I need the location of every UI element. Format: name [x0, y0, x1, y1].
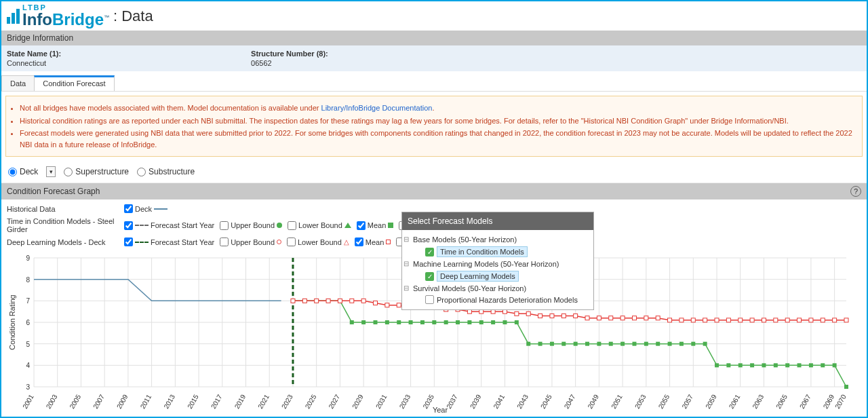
check-icon-empty: [425, 295, 434, 304]
svg-rect-105: [491, 320, 495, 324]
svg-text:2021: 2021: [256, 393, 271, 410]
svg-text:2005: 2005: [68, 393, 83, 410]
svg-text:2039: 2039: [469, 393, 483, 410]
svg-rect-136: [291, 299, 295, 303]
svg-text:4: 4: [26, 362, 30, 369]
svg-rect-175: [750, 318, 754, 322]
forecast-panel-title: Select Forecast Models: [402, 212, 593, 230]
svg-rect-138: [315, 299, 319, 303]
svg-rect-99: [420, 320, 425, 324]
svg-rect-119: [656, 342, 660, 346]
tab-condition-forecast[interactable]: Condition Forecast: [34, 75, 114, 91]
svg-rect-132: [809, 363, 813, 367]
svg-rect-113: [585, 342, 589, 346]
bridge-info-panel: State Name (1): Connecticut Structure Nu…: [1, 45, 867, 71]
svg-rect-176: [762, 318, 766, 322]
deck-dropdown-caret[interactable]: ▾: [46, 166, 56, 177]
tab-data[interactable]: Data: [1, 75, 35, 91]
tree-ml-models[interactable]: Machine Learning Models (50-Year Horizon…: [406, 259, 589, 269]
svg-text:2070: 2070: [833, 393, 848, 410]
svg-rect-101: [444, 320, 448, 324]
svg-rect-152: [479, 309, 484, 314]
svg-text:2001: 2001: [21, 393, 35, 410]
svg-rect-126: [738, 363, 743, 367]
page-title: : Data: [113, 7, 153, 25]
tree-dlm[interactable]: ✓Deep Learning Models: [406, 269, 589, 283]
svg-rect-153: [491, 309, 495, 314]
logo-main-text: InfoBridge™: [22, 12, 109, 28]
legend-ticm-mean[interactable]: Mean: [357, 221, 394, 230]
svg-text:2045: 2045: [539, 393, 553, 410]
svg-rect-120: [668, 342, 672, 346]
svg-rect-106: [502, 320, 507, 324]
svg-rect-181: [821, 318, 825, 322]
legend-dlm-ub[interactable]: Upper Bound: [220, 238, 281, 246]
legend-dlm-lb[interactable]: Lower Bound △: [287, 238, 349, 246]
radio-superstructure[interactable]: Superstructure: [64, 167, 129, 176]
svg-rect-166: [644, 316, 648, 320]
svg-rect-174: [738, 318, 743, 322]
svg-rect-93: [350, 320, 354, 324]
svg-rect-141: [350, 299, 354, 303]
legend-deck-toggle[interactable]: Deck: [124, 204, 167, 213]
component-selector: Deck ▾ Superstructure Substructure: [1, 161, 867, 183]
svg-rect-118: [644, 342, 648, 346]
svg-rect-121: [679, 342, 684, 346]
radio-deck[interactable]: Deck: [8, 167, 38, 176]
svg-rect-159: [561, 314, 566, 318]
svg-text:8: 8: [26, 276, 30, 284]
svg-text:5: 5: [26, 341, 30, 348]
legend-dlm-label: Deep Learning Models - Deck: [7, 238, 119, 246]
tree-survival-models[interactable]: Survival Models (50-Year Horizon): [406, 283, 589, 294]
svg-rect-157: [538, 314, 542, 318]
logo: LTBP InfoBridge™: [7, 4, 109, 28]
notice-box: Not all bridges have models associated w…: [5, 96, 863, 157]
svg-rect-172: [715, 318, 719, 322]
svg-rect-162: [597, 316, 601, 320]
svg-rect-161: [585, 316, 589, 320]
svg-rect-140: [338, 299, 342, 303]
radio-substructure[interactable]: Substructure: [137, 167, 195, 176]
svg-text:2031: 2031: [374, 393, 389, 410]
legend-ticm-ub[interactable]: Upper Bound: [220, 221, 282, 230]
svg-rect-154: [502, 309, 507, 314]
svg-rect-143: [374, 301, 378, 305]
svg-rect-180: [809, 318, 813, 322]
svg-text:2033: 2033: [398, 393, 412, 410]
tree-ticm[interactable]: ✓Time in Condition Models: [406, 245, 589, 259]
svg-text:2013: 2013: [162, 393, 176, 410]
svg-rect-158: [550, 314, 554, 318]
svg-text:2057: 2057: [680, 393, 694, 410]
svg-rect-111: [561, 342, 566, 346]
svg-rect-128: [762, 363, 766, 367]
section-title-bar: Bridge Information: [1, 31, 867, 45]
svg-rect-168: [668, 318, 672, 322]
legend-dlm-fsy[interactable]: Forecast Start Year: [124, 238, 214, 246]
svg-rect-165: [632, 316, 636, 320]
svg-text:2007: 2007: [92, 393, 106, 410]
svg-text:3: 3: [26, 383, 30, 391]
forecast-model-panel: Select Forecast Models Base Models (50-Y…: [401, 212, 594, 310]
svg-rect-124: [715, 363, 719, 367]
legend-ticm-fsy[interactable]: Forecast Start Year: [124, 221, 214, 230]
svg-rect-170: [691, 318, 695, 322]
svg-rect-117: [632, 342, 636, 346]
legend-ticm-lb[interactable]: Lower Bound: [288, 221, 351, 230]
doc-link[interactable]: Library/InfoBridge Documentation: [321, 104, 433, 112]
svg-text:2051: 2051: [610, 393, 624, 410]
svg-text:2063: 2063: [751, 393, 766, 410]
svg-text:2053: 2053: [633, 393, 648, 410]
svg-text:Condition Rating: Condition Rating: [8, 294, 16, 349]
svg-rect-127: [750, 363, 754, 367]
help-icon[interactable]: ?: [850, 186, 861, 197]
legend-dlm-mean[interactable]: Mean: [355, 238, 391, 246]
tree-phdm[interactable]: Proportional Hazards Deterioration Model…: [406, 294, 589, 305]
svg-rect-115: [609, 342, 613, 346]
svg-rect-155: [515, 311, 519, 316]
svg-rect-169: [679, 318, 684, 322]
tree-base-models[interactable]: Base Models (50-Year Horizon): [406, 234, 589, 245]
svg-rect-112: [574, 342, 578, 346]
svg-rect-103: [467, 320, 471, 324]
svg-rect-98: [409, 320, 413, 324]
svg-rect-116: [620, 342, 625, 346]
